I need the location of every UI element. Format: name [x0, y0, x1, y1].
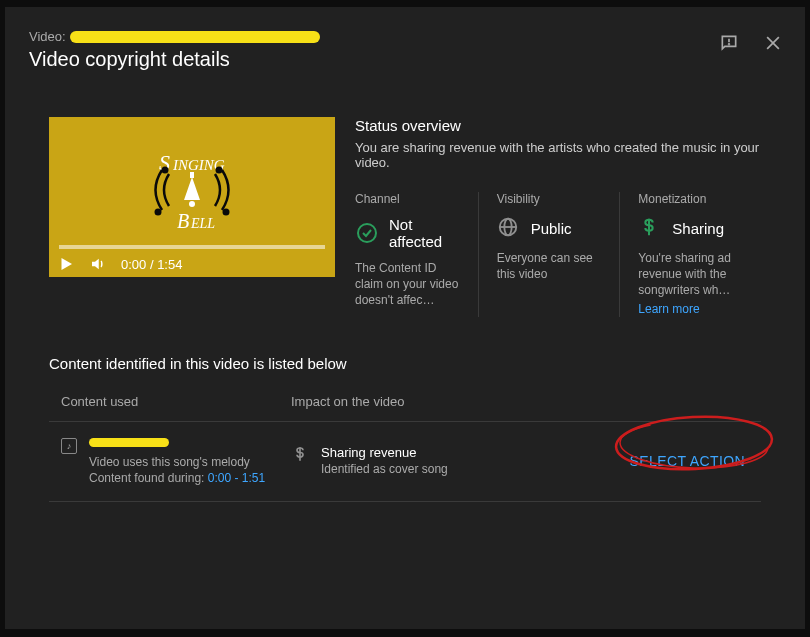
svg-rect-6: [190, 172, 194, 178]
channel-value: Not affected: [389, 216, 460, 250]
impact-sub: Identified as cover song: [321, 461, 448, 478]
video-thumbnail[interactable]: S INGING B ELL: [49, 117, 335, 277]
select-action-button[interactable]: SELECT ACTION: [626, 445, 749, 477]
overview-row: S INGING B ELL: [49, 117, 761, 317]
found-range-link[interactable]: 0:00 - 1:51: [208, 471, 265, 485]
svg-text:B: B: [177, 210, 189, 232]
music-note-icon: ♪: [61, 438, 77, 454]
impact-title: Sharing revenue: [321, 445, 448, 460]
content-section-heading: Content identified in this video is list…: [49, 355, 761, 372]
status-visibility: Visibility Public Everyone can see this …: [478, 192, 620, 317]
status-overview: Status overview You are sharing revenue …: [355, 117, 761, 317]
svg-point-14: [358, 224, 376, 242]
close-icon[interactable]: [761, 31, 785, 55]
dollar-icon: [638, 216, 662, 240]
thumbnail-art: S INGING B ELL: [49, 117, 335, 277]
channel-label: Channel: [355, 192, 460, 206]
video-label-line: Video:: [29, 29, 781, 44]
status-columns: Channel Not affected The Content ID clai…: [355, 192, 761, 317]
status-summary: You are sharing revenue with the artists…: [355, 140, 761, 170]
channel-desc: The Content ID claim on your video doesn…: [355, 260, 460, 309]
redacted-song-title: [89, 438, 169, 447]
visibility-value: Public: [531, 220, 572, 237]
dialog-title: Video copyright details: [29, 48, 781, 71]
monetization-label: Monetization: [638, 192, 743, 206]
video-time: 0:00 / 1:54: [121, 257, 182, 272]
feedback-icon[interactable]: [717, 31, 741, 55]
found-label: Content found during:: [89, 471, 204, 485]
monetization-desc: You're sharing ad revenue with the songw…: [638, 250, 743, 299]
content-row: ♪ Video uses this song's melody Content …: [49, 421, 761, 503]
visibility-desc: Everyone can see this video: [497, 250, 602, 282]
svg-point-7: [189, 201, 195, 207]
svg-point-8: [162, 167, 169, 174]
video-progress-bar[interactable]: [59, 245, 325, 249]
status-channel: Channel Not affected The Content ID clai…: [355, 192, 478, 317]
video-controls: 0:00 / 1:54: [57, 255, 182, 273]
status-heading: Status overview: [355, 117, 761, 134]
th-content-used: Content used: [61, 394, 291, 409]
svg-text:ELL: ELL: [190, 216, 215, 231]
th-impact: Impact on the video: [291, 394, 749, 409]
monetization-value: Sharing: [672, 220, 724, 237]
volume-icon[interactable]: [89, 255, 107, 273]
svg-point-1: [729, 44, 730, 45]
svg-point-9: [155, 209, 162, 216]
content-found-line: Content found during: 0:00 - 1:51: [89, 470, 265, 487]
impact-cell: Sharing revenue Identified as cover song: [291, 445, 626, 478]
learn-more-link[interactable]: Learn more: [638, 302, 699, 316]
content-used-cell: ♪ Video uses this song's melody Content …: [61, 436, 291, 488]
table-header: Content used Impact on the video: [49, 390, 761, 421]
melody-text: Video uses this song's melody: [89, 454, 265, 471]
copyright-dialog: Video: Video copyright details S: [5, 0, 805, 629]
dialog-header: Video: Video copyright details: [5, 7, 805, 89]
status-monetization: Monetization Sharing You're sharing ad r…: [619, 192, 761, 317]
redacted-video-name: [70, 31, 320, 43]
globe-icon: [497, 216, 521, 240]
dialog-content: S INGING B ELL: [5, 89, 805, 502]
visibility-label: Visibility: [497, 192, 602, 206]
svg-point-11: [223, 209, 230, 216]
play-icon[interactable]: [57, 255, 75, 273]
check-circle-icon: [355, 221, 379, 245]
svg-point-10: [216, 167, 223, 174]
video-label: Video:: [29, 29, 66, 44]
dollar-icon: [291, 445, 309, 463]
